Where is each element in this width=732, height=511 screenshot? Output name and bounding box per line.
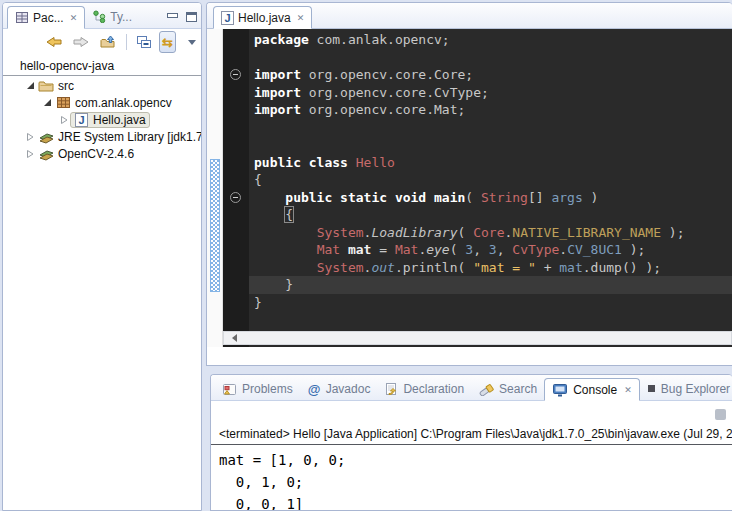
tab-label: Ty... <box>110 10 132 24</box>
tab-label: Javadoc <box>326 382 371 396</box>
maximize-button[interactable] <box>186 12 197 22</box>
tree-item-src[interactable]: src <box>3 77 201 94</box>
console-toolbar-button[interactable] <box>715 409 726 420</box>
close-icon[interactable]: ✕ <box>295 13 305 23</box>
search-icon <box>478 382 494 396</box>
tree-collapsed-arrow-icon[interactable] <box>24 149 36 159</box>
tab-search[interactable]: Search <box>471 377 544 400</box>
forward-button[interactable] <box>70 31 92 53</box>
javadoc-icon: @ <box>307 382 321 396</box>
code-token: com.anlak.opencv; <box>309 32 450 47</box>
view-menu-icon[interactable] <box>188 40 196 45</box>
code-token: Hello <box>356 155 395 170</box>
code-line[interactable]: Mat mat = Mat.eye( 3, 3, CvType.CV_8UC1 … <box>249 241 732 259</box>
code-line[interactable]: import org.opencv.core.Mat; <box>249 101 732 119</box>
up-button[interactable] <box>97 31 119 53</box>
tree-item-label: hello-opencv-java <box>20 59 114 73</box>
package-explorer-panel: Pac... ✕ Ty... ⇆ <box>2 2 202 511</box>
tree-expanded-arrow-icon[interactable] <box>41 98 53 107</box>
console-icon <box>552 383 568 397</box>
code-token: public static void main <box>285 190 465 205</box>
tree-selection-highlight: JHello.java <box>70 112 150 128</box>
code-line[interactable]: { <box>249 171 732 189</box>
editor-tab-hello-java[interactable]: J Hello.java ✕ <box>213 6 312 29</box>
package-icon <box>54 96 72 109</box>
tree-item-label: com.anlak.opencv <box>75 96 172 110</box>
code-line[interactable]: import org.opencv.core.Core; <box>249 66 732 84</box>
code-token: import <box>254 85 301 100</box>
code-token: CvType <box>512 242 559 257</box>
jfile-icon: J <box>72 113 90 127</box>
code-token: . <box>559 242 567 257</box>
code-line[interactable]: public static void main( String[] args ) <box>249 189 732 207</box>
code-token <box>254 207 285 222</box>
console-toolbar <box>211 401 732 425</box>
code-token: , <box>497 242 513 257</box>
console-output[interactable]: mat = [1, 0, 0; 0, 1, 0; 0, 0, 1] <box>211 445 732 511</box>
range-indicator <box>210 159 220 292</box>
code-token: Mat <box>395 242 418 257</box>
close-icon[interactable]: ✕ <box>68 13 78 23</box>
tree-item-jre-system-library-jdk1-7-0-25[interactable]: JRE System Library [jdk1.7.0_25] <box>3 128 201 145</box>
horizontal-scrollbar[interactable] <box>223 331 732 345</box>
tab-package-explorer[interactable]: Pac... ✕ <box>7 6 85 29</box>
close-icon[interactable]: ✕ <box>622 385 632 395</box>
back-arrow-icon <box>45 35 63 49</box>
tree-expanded-arrow-icon[interactable] <box>24 81 36 90</box>
code-token: Core <box>473 225 504 240</box>
code-token: out <box>371 260 394 275</box>
tab-bug-explorer[interactable]: Bug Explorer <box>640 377 732 400</box>
tree-collapsed-arrow-icon[interactable] <box>58 115 70 125</box>
code-token: { <box>285 207 293 222</box>
tree-item-opencv-2-4-6[interactable]: OpenCV-2.4.6 <box>3 145 201 162</box>
code-token: = <box>371 242 394 257</box>
tree-item-hello-opencv-java[interactable]: hello-opencv-java <box>3 57 201 74</box>
annotation-ruler <box>207 29 223 347</box>
code-line[interactable]: } <box>249 294 732 312</box>
fold-collapse-icon[interactable] <box>230 69 241 80</box>
code-token: org.opencv.core.CvType; <box>301 85 489 100</box>
tab-label: Search <box>499 382 537 396</box>
editor-tab-label: Hello.java <box>238 11 291 25</box>
tab-label: Bug Explorer <box>661 382 730 396</box>
code-line[interactable] <box>249 49 732 67</box>
code-line[interactable]: System.LoadLibrary( Core.NATIVE_LIBRARY_… <box>249 224 732 242</box>
code-token <box>340 242 348 257</box>
code-token: ( <box>458 225 474 240</box>
code-line[interactable]: { <box>249 206 732 224</box>
code-line[interactable]: import org.opencv.core.CvType; <box>249 84 732 102</box>
code-line[interactable]: } <box>249 276 732 294</box>
code-token: LoadLibrary <box>371 225 457 240</box>
tree-item-com-anlak-opencv[interactable]: com.anlak.opencv <box>3 94 201 111</box>
code-line[interactable] <box>249 136 732 154</box>
code-editor[interactable]: package com.anlak.opencv;import org.open… <box>249 29 732 347</box>
tab-console[interactable]: Console✕ <box>544 378 640 401</box>
collapse-all-button[interactable] <box>134 31 154 53</box>
editor-tabbar: J Hello.java ✕ <box>207 3 732 29</box>
tab-declaration[interactable]: Declaration <box>377 377 471 400</box>
code-line[interactable]: public class Hello <box>249 154 732 172</box>
tree-item-hello-java[interactable]: JHello.java <box>3 111 201 128</box>
code-token: String <box>481 190 528 205</box>
tab-problems[interactable]: Problems <box>215 377 300 400</box>
code-token: org.opencv.core.Core; <box>301 67 473 82</box>
tab-javadoc[interactable]: @Javadoc <box>300 377 378 400</box>
tree-collapsed-arrow-icon[interactable] <box>24 132 36 142</box>
code-line[interactable]: System.out.println( "mat = " + mat.dump(… <box>249 259 732 277</box>
link-with-editor-button[interactable]: ⇆ <box>159 31 176 53</box>
back-button[interactable] <box>43 31 65 53</box>
code-line[interactable]: package com.anlak.opencv; <box>249 31 732 49</box>
minimize-button[interactable] <box>166 13 178 22</box>
code-token <box>254 260 317 275</box>
console-panel: Problems@JavadocDeclarationSearchConsole… <box>210 374 732 511</box>
code-token: ); <box>661 225 684 240</box>
scroll-left-icon[interactable] <box>232 334 237 342</box>
tab-type-hierarchy[interactable]: Ty... <box>85 5 139 28</box>
code-line[interactable] <box>249 119 732 137</box>
fold-collapse-icon[interactable] <box>230 192 241 203</box>
code-token: ) <box>583 190 599 205</box>
code-token <box>254 225 317 240</box>
svg-text:@: @ <box>307 382 320 396</box>
code-token: eye <box>426 242 449 257</box>
project-tree[interactable]: hello-opencv-javasrccom.anlak.opencvJHel… <box>3 55 201 162</box>
